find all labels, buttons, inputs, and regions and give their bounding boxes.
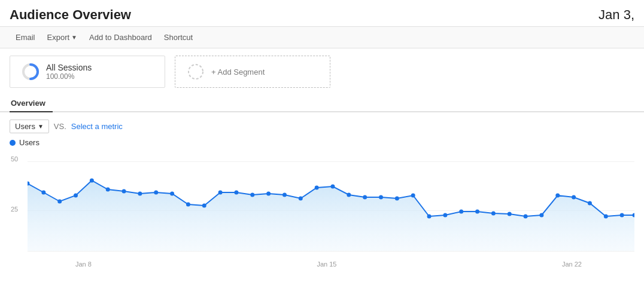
- svg-point-29: [443, 213, 447, 218]
- svg-point-24: [363, 195, 367, 200]
- segment-spinner-icon: [21, 62, 40, 81]
- svg-point-20: [299, 197, 303, 201]
- svg-point-1: [189, 65, 203, 79]
- tab-overview[interactable]: Overview: [10, 95, 53, 112]
- chart-container: 50 25: [0, 151, 644, 268]
- segment-name: All Sessions: [46, 63, 92, 72]
- metric-dropdown[interactable]: Users ▼: [10, 120, 49, 133]
- y-label-50: 50: [11, 155, 18, 163]
- users-legend-label: Users: [19, 138, 40, 147]
- metric-label: Users: [15, 122, 35, 131]
- svg-point-4: [41, 191, 45, 195]
- svg-point-21: [315, 186, 319, 190]
- svg-point-35: [539, 213, 543, 218]
- svg-point-17: [250, 193, 254, 197]
- svg-point-25: [379, 195, 383, 200]
- svg-point-33: [508, 212, 512, 216]
- svg-point-9: [122, 189, 126, 194]
- shortcut-button[interactable]: Shortcut: [158, 30, 199, 44]
- x-label-jan22: Jan 22: [562, 261, 582, 268]
- segments-row: All Sessions 100.00% + Add Segment: [10, 56, 634, 88]
- segment-pct: 100.00%: [46, 72, 92, 81]
- svg-point-32: [491, 212, 496, 216]
- x-label-jan15: Jan 15: [317, 261, 336, 268]
- svg-point-14: [202, 204, 206, 208]
- svg-point-10: [138, 192, 142, 196]
- svg-point-22: [331, 185, 335, 189]
- svg-point-38: [588, 201, 592, 206]
- metric-chevron-icon: ▼: [38, 123, 44, 130]
- users-legend-dot: [10, 140, 16, 146]
- active-segment: All Sessions 100.00%: [10, 56, 165, 88]
- metric-selector: Users ▼ VS. Select a metric: [0, 112, 644, 138]
- date-label: Jan 3,: [599, 7, 634, 23]
- export-button[interactable]: Export ▼: [41, 30, 83, 44]
- chart-area: 50 25: [10, 151, 634, 258]
- email-button[interactable]: Email: [10, 30, 41, 44]
- svg-point-18: [266, 192, 271, 196]
- svg-point-31: [475, 210, 479, 214]
- svg-point-12: [170, 192, 174, 196]
- svg-point-28: [427, 215, 432, 219]
- x-axis: Jan 8 Jan 15 Jan 22: [10, 258, 634, 268]
- svg-point-7: [90, 179, 94, 183]
- add-segment-icon: [186, 62, 205, 81]
- svg-point-34: [524, 215, 528, 219]
- add-segment-label: + Add Segment: [211, 68, 265, 76]
- line-chart-svg: [28, 151, 634, 251]
- svg-point-13: [186, 203, 190, 207]
- svg-point-23: [347, 193, 351, 197]
- svg-point-19: [282, 193, 287, 197]
- svg-point-27: [411, 194, 415, 198]
- svg-point-11: [154, 191, 158, 195]
- svg-point-40: [620, 213, 624, 218]
- x-label-jan8: Jan 8: [75, 261, 92, 268]
- users-legend: Users: [0, 138, 644, 151]
- svg-point-26: [395, 197, 399, 201]
- svg-point-15: [218, 191, 223, 195]
- svg-point-37: [572, 195, 576, 200]
- svg-point-5: [57, 200, 62, 204]
- svg-point-8: [106, 188, 110, 192]
- toolbar: Email Export ▼ Add to Dashboard Shortcut: [0, 26, 644, 48]
- svg-point-30: [459, 210, 463, 214]
- overview-tabs: Overview: [0, 95, 644, 112]
- page-title: Audience Overview: [10, 7, 131, 23]
- svg-point-36: [555, 194, 560, 198]
- svg-point-16: [234, 191, 238, 195]
- export-chevron-icon: ▼: [71, 34, 77, 41]
- svg-point-39: [604, 215, 608, 219]
- grid-line-bottom: [28, 251, 634, 252]
- y-label-25: 25: [11, 206, 18, 213]
- svg-point-6: [74, 194, 78, 198]
- select-metric-link[interactable]: Select a metric: [71, 122, 123, 131]
- add-segment-button[interactable]: + Add Segment: [175, 56, 330, 88]
- vs-label: VS.: [54, 122, 66, 131]
- add-dashboard-button[interactable]: Add to Dashboard: [83, 30, 158, 44]
